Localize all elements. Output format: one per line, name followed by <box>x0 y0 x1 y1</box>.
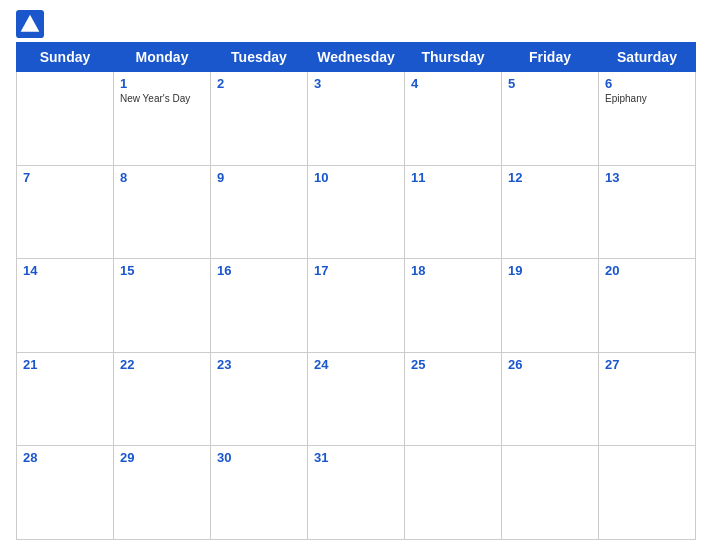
day-number: 6 <box>605 76 689 91</box>
day-number: 18 <box>411 263 495 278</box>
calendar-cell: 26 <box>502 352 599 446</box>
day-number: 22 <box>120 357 204 372</box>
calendar-cell: 5 <box>502 72 599 166</box>
day-number: 27 <box>605 357 689 372</box>
day-number: 19 <box>508 263 592 278</box>
calendar-cell: 23 <box>211 352 308 446</box>
day-number: 9 <box>217 170 301 185</box>
top-bar <box>16 10 696 38</box>
calendar-cell: 11 <box>405 165 502 259</box>
day-number: 17 <box>314 263 398 278</box>
calendar-cell: 12 <box>502 165 599 259</box>
calendar-body: 1New Year's Day23456Epiphany789101112131… <box>17 72 696 540</box>
day-number: 7 <box>23 170 107 185</box>
calendar-cell: 30 <box>211 446 308 540</box>
calendar-cell: 18 <box>405 259 502 353</box>
calendar-week-5: 28293031 <box>17 446 696 540</box>
logo <box>16 10 48 38</box>
calendar-cell <box>17 72 114 166</box>
day-number: 31 <box>314 450 398 465</box>
calendar-cell: 14 <box>17 259 114 353</box>
calendar-week-1: 1New Year's Day23456Epiphany <box>17 72 696 166</box>
day-number: 16 <box>217 263 301 278</box>
calendar-week-4: 21222324252627 <box>17 352 696 446</box>
day-number: 10 <box>314 170 398 185</box>
day-number: 8 <box>120 170 204 185</box>
day-number: 12 <box>508 170 592 185</box>
day-header-monday: Monday <box>114 43 211 72</box>
days-of-week-row: SundayMondayTuesdayWednesdayThursdayFrid… <box>17 43 696 72</box>
day-number: 11 <box>411 170 495 185</box>
day-header-wednesday: Wednesday <box>308 43 405 72</box>
day-number: 1 <box>120 76 204 91</box>
day-number: 5 <box>508 76 592 91</box>
day-number: 3 <box>314 76 398 91</box>
calendar-header: SundayMondayTuesdayWednesdayThursdayFrid… <box>17 43 696 72</box>
day-number: 15 <box>120 263 204 278</box>
calendar-cell: 29 <box>114 446 211 540</box>
day-number: 26 <box>508 357 592 372</box>
calendar-cell: 7 <box>17 165 114 259</box>
generalblue-logo-icon <box>16 10 44 38</box>
day-header-thursday: Thursday <box>405 43 502 72</box>
day-header-friday: Friday <box>502 43 599 72</box>
calendar-cell: 16 <box>211 259 308 353</box>
calendar-cell: 17 <box>308 259 405 353</box>
calendar-cell: 21 <box>17 352 114 446</box>
day-header-saturday: Saturday <box>599 43 696 72</box>
day-number: 4 <box>411 76 495 91</box>
calendar-cell: 3 <box>308 72 405 166</box>
day-number: 24 <box>314 357 398 372</box>
calendar-cell <box>599 446 696 540</box>
calendar-cell: 2 <box>211 72 308 166</box>
calendar-week-3: 14151617181920 <box>17 259 696 353</box>
calendar-week-2: 78910111213 <box>17 165 696 259</box>
calendar-cell: 19 <box>502 259 599 353</box>
calendar-cell: 24 <box>308 352 405 446</box>
day-number: 25 <box>411 357 495 372</box>
holiday-name: New Year's Day <box>120 93 204 104</box>
day-number: 30 <box>217 450 301 465</box>
calendar-cell: 15 <box>114 259 211 353</box>
day-number: 13 <box>605 170 689 185</box>
calendar-cell: 9 <box>211 165 308 259</box>
day-header-tuesday: Tuesday <box>211 43 308 72</box>
calendar-cell <box>405 446 502 540</box>
calendar-cell: 25 <box>405 352 502 446</box>
calendar-cell: 6Epiphany <box>599 72 696 166</box>
day-header-sunday: Sunday <box>17 43 114 72</box>
calendar-cell: 13 <box>599 165 696 259</box>
day-number: 29 <box>120 450 204 465</box>
calendar-cell: 22 <box>114 352 211 446</box>
calendar-cell: 20 <box>599 259 696 353</box>
calendar-cell: 27 <box>599 352 696 446</box>
calendar-cell: 1New Year's Day <box>114 72 211 166</box>
calendar-cell: 4 <box>405 72 502 166</box>
day-number: 14 <box>23 263 107 278</box>
calendar-cell: 10 <box>308 165 405 259</box>
day-number: 23 <box>217 357 301 372</box>
day-number: 21 <box>23 357 107 372</box>
day-number: 20 <box>605 263 689 278</box>
calendar-cell: 28 <box>17 446 114 540</box>
day-number: 28 <box>23 450 107 465</box>
holiday-name: Epiphany <box>605 93 689 104</box>
calendar-table: SundayMondayTuesdayWednesdayThursdayFrid… <box>16 42 696 540</box>
calendar-cell: 8 <box>114 165 211 259</box>
calendar-cell <box>502 446 599 540</box>
calendar-cell: 31 <box>308 446 405 540</box>
day-number: 2 <box>217 76 301 91</box>
